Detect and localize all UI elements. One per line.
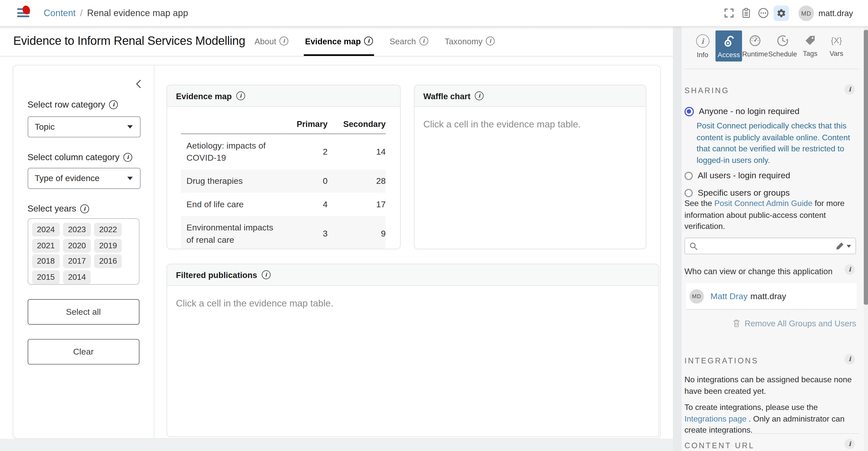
waffle-placeholder-text: Click a cell in the evidence map table. — [414, 107, 646, 130]
panel-tab-vars[interactable]: {X} Vars — [823, 30, 849, 61]
breadcrumb-content-link[interactable]: Content — [44, 8, 76, 18]
logs-clipboard-icon[interactable] — [740, 7, 752, 19]
info-icon[interactable] — [364, 36, 373, 45]
year-chip[interactable]: 2024 — [32, 223, 60, 236]
row-topic-cell[interactable]: End of life care — [181, 193, 286, 216]
vars-braces-icon: {X} — [831, 34, 842, 46]
tab-about[interactable]: About — [253, 26, 289, 56]
radio-icon — [684, 189, 693, 197]
info-icon[interactable] — [475, 91, 484, 100]
year-chip[interactable]: 2014 — [63, 270, 91, 284]
year-chip[interactable]: 2017 — [63, 254, 91, 268]
table-row: Drug therapies 0 28 — [181, 169, 385, 193]
primary-count-cell[interactable]: 0 — [286, 169, 328, 193]
fullscreen-icon[interactable] — [723, 7, 735, 19]
info-icon[interactable] — [80, 204, 89, 213]
panel-tab-info[interactable]: Info — [689, 30, 716, 61]
year-chip[interactable]: 2020 — [63, 238, 91, 252]
integrations-page-link[interactable]: Integrations page — [684, 414, 746, 423]
select-all-button[interactable]: Select all — [27, 299, 139, 325]
info-icon[interactable] — [486, 36, 495, 45]
more-options-icon[interactable] — [757, 7, 769, 19]
row-topic-cell[interactable]: Aetiology: impacts of COVID-19 — [181, 134, 286, 169]
year-chip[interactable]: 2018 — [32, 254, 60, 268]
secondary-count-cell[interactable]: 28 — [328, 169, 385, 193]
row-topic-cell[interactable]: Drug therapies — [181, 169, 286, 193]
integrations-info-icon[interactable] — [845, 354, 855, 365]
row-category-label: Select row category — [27, 100, 118, 110]
admin-guide-link[interactable]: Posit Connect Admin Guide — [714, 199, 812, 208]
panel-tab-tags[interactable]: Tags — [797, 30, 823, 61]
chevron-down-icon — [127, 125, 132, 129]
chevron-down-icon — [847, 245, 851, 247]
who-can-view-info-icon[interactable] — [845, 264, 855, 275]
primary-count-cell[interactable]: 2 — [286, 134, 328, 169]
primary-count-cell[interactable]: 3 — [286, 216, 328, 249]
who-can-view-header: Who can view or change this application — [684, 266, 833, 276]
permission-mode-dropdown[interactable] — [836, 242, 851, 250]
year-chip[interactable]: 2016 — [94, 254, 122, 268]
column-category-select[interactable]: Type of evidence — [27, 168, 141, 189]
app-body: Select row category Topic Select column … — [0, 56, 673, 439]
filtered-publications-card-header: Filtered publications — [167, 264, 658, 286]
radio-specific-users[interactable]: Specific users or groups — [684, 188, 790, 198]
year-chip[interactable]: 2023 — [63, 223, 91, 236]
panel-tab-schedule[interactable]: Schedule — [768, 30, 797, 61]
scrollbar-thumb[interactable] — [864, 30, 868, 305]
settings-gear-button[interactable] — [774, 5, 789, 21]
user-login: matt.dray — [750, 291, 786, 301]
filtered-placeholder-text: Click a cell in the evidence map table. — [167, 286, 658, 309]
content-url-info-icon[interactable] — [845, 439, 855, 449]
remove-all-button[interactable]: Remove All Groups and Users — [733, 318, 856, 328]
info-icon[interactable] — [419, 36, 428, 45]
app-header: Evidence to Inform Renal Services Modell… — [0, 26, 673, 56]
username[interactable]: matt.dray — [818, 8, 853, 18]
row-topic-cell[interactable]: Environmental impacts of renal care — [181, 216, 286, 249]
integrations-create-note: To create integrations, please use the I… — [684, 402, 853, 435]
public-access-note[interactable]: Posit Connect periodically checks that t… — [697, 120, 859, 165]
table-row: End of life care 4 17 — [181, 193, 385, 216]
search-input[interactable] — [701, 241, 832, 251]
posit-connect-logo-icon[interactable] — [17, 5, 33, 21]
sharing-info-icon[interactable] — [845, 84, 855, 95]
sidebar-collapse-chevron-icon[interactable] — [134, 79, 144, 89]
panel-tab-access[interactable]: Access — [716, 30, 742, 61]
radio-anyone[interactable]: Anyone - no login required — [684, 106, 799, 116]
user-search-box — [684, 238, 856, 254]
user-avatar[interactable]: MD — [799, 5, 814, 21]
breadcrumb-separator: / — [80, 8, 83, 18]
app-title: Evidence to Inform Renal Services Modell… — [13, 26, 245, 56]
secondary-count-cell[interactable]: 14 — [328, 134, 385, 169]
info-icon[interactable] — [124, 153, 132, 162]
years-box: 2024 2023 2022 2021 2020 2019 2018 — [27, 218, 139, 285]
row-category-select[interactable]: Topic — [27, 116, 141, 138]
table-corner — [181, 119, 286, 134]
panel-tab-runtime[interactable]: Runtime — [742, 30, 768, 61]
user-name-link[interactable]: Matt Dray — [711, 291, 748, 301]
radio-selected-icon — [684, 107, 694, 116]
panel-gutter — [673, 26, 682, 451]
info-icon[interactable] — [236, 91, 245, 100]
radio-icon — [684, 171, 693, 180]
settings-tabs: Info Access Runtime — [689, 30, 850, 64]
info-icon[interactable] — [261, 271, 270, 279]
radio-all-users[interactable]: All users - login required — [684, 171, 790, 181]
info-icon[interactable] — [279, 36, 288, 45]
screen: Content / Renal evidence map app — [0, 0, 868, 451]
tab-evidence-map[interactable]: Evidence map — [304, 26, 374, 56]
primary-count-cell[interactable]: 4 — [286, 193, 328, 216]
year-chip[interactable]: 2021 — [32, 238, 60, 252]
tab-search[interactable]: Search — [389, 26, 429, 56]
clear-button[interactable]: Clear — [27, 339, 139, 364]
info-icon[interactable] — [109, 100, 118, 109]
app-main-card: Select row category Topic Select column … — [12, 65, 660, 439]
table-row: Environmental impacts of renal care 3 9 — [181, 216, 385, 249]
secondary-count-cell[interactable]: 17 — [328, 193, 385, 216]
year-chip[interactable]: 2019 — [94, 238, 122, 252]
trash-icon — [733, 319, 740, 327]
secondary-count-cell[interactable]: 9 — [328, 216, 385, 249]
year-chip[interactable]: 2015 — [32, 270, 60, 284]
year-chip[interactable]: 2022 — [94, 223, 122, 236]
sharing-section-header: SHARING — [684, 86, 730, 95]
tab-taxonomy[interactable]: Taxonomy — [444, 26, 496, 56]
